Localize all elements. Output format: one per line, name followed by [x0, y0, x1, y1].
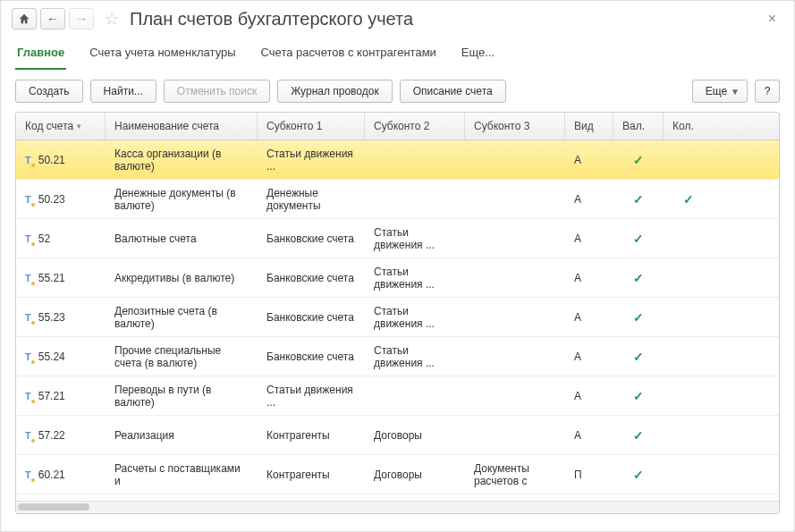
check-icon: ✓	[633, 310, 644, 325]
table-row[interactable]: T55.24Прочие специальные счета (в валюте…	[16, 337, 779, 376]
cell-sub3	[465, 140, 565, 179]
account-icon: T	[25, 351, 31, 362]
horizontal-scrollbar[interactable]	[16, 501, 779, 513]
cell-kind: А	[565, 219, 613, 258]
table-row[interactable]: T55.21Аккредитивы (в валюте)Банковские с…	[16, 258, 779, 298]
create-button[interactable]: Создать	[15, 80, 83, 103]
account-icon: T	[25, 391, 31, 401]
cell-name: Депозитные счета (в валюте)	[106, 298, 258, 336]
forward-button[interactable]: →	[69, 8, 94, 30]
code-text: 57.22	[38, 429, 65, 442]
find-button[interactable]: Найти...	[90, 80, 156, 103]
col-val[interactable]: Вал.	[613, 113, 664, 139]
cell-code: T57.22	[16, 416, 106, 454]
chevron-down-icon: ▼	[731, 87, 740, 97]
help-button[interactable]: ?	[755, 80, 780, 103]
cell-name: Прочие специальные счета (в валюте)	[106, 337, 258, 376]
col-kind[interactable]: Вид	[565, 113, 613, 139]
cell-kind: А	[565, 337, 613, 376]
sort-icon: ▾	[77, 122, 81, 131]
cell-sub2	[365, 376, 465, 415]
tab-main[interactable]: Главное	[15, 40, 66, 70]
cell-code: T55.23	[16, 298, 106, 336]
cell-val: ✓	[613, 455, 664, 494]
cell-sub1: Банковские счета	[258, 298, 365, 336]
accounts-table: Код счета ▾ Наименование счета Субконто …	[15, 112, 780, 514]
cell-sub1: Банковские счета	[258, 337, 365, 376]
table-row[interactable]: T50.21Касса организации (в валюте)Статьи…	[16, 140, 779, 180]
code-text: 50.21	[38, 154, 65, 166]
cell-kind: А	[565, 258, 613, 297]
code-text: 55.23	[38, 311, 65, 324]
cell-sub3	[465, 416, 565, 454]
cell-sub1: Контрагенты	[258, 455, 365, 494]
cell-code: T50.21	[16, 140, 106, 179]
cell-sub2: Статьи движения ...	[365, 219, 465, 258]
cell-qty: ✓	[664, 180, 714, 218]
cell-sub2: Статьи движения ...	[365, 337, 465, 376]
check-icon: ✓	[633, 350, 644, 364]
cell-sub2	[365, 180, 465, 218]
table-row[interactable]: T57.22РеализацияКонтрагентыДоговорыА✓	[16, 416, 779, 455]
account-icon: T	[25, 430, 31, 441]
account-icon: T	[25, 233, 31, 244]
tab-nomenclature[interactable]: Счета учета номенклатуры	[88, 40, 237, 70]
back-button[interactable]: ←	[40, 8, 65, 30]
cell-name: Реализация	[106, 416, 258, 454]
account-icon: T	[25, 312, 31, 323]
table-row[interactable]: T55.23Депозитные счета (в валюте)Банковс…	[16, 298, 779, 337]
cell-val: ✓	[613, 258, 664, 297]
cell-kind: А	[565, 298, 613, 336]
cell-qty	[664, 455, 714, 494]
col-sub3[interactable]: Субконто 3	[465, 113, 565, 139]
cell-sub1: Контрагенты	[258, 416, 365, 454]
account-icon: T	[25, 469, 31, 480]
table-body[interactable]: T50.21Касса организации (в валюте)Статьи…	[16, 140, 779, 501]
more-label: Еще	[706, 85, 727, 97]
table-row[interactable]: T52Валютные счетаБанковские счетаСтатьи …	[16, 219, 779, 258]
tab-contractors[interactable]: Счета расчетов с контрагентами	[259, 40, 438, 70]
home-button[interactable]	[12, 8, 37, 30]
close-button[interactable]: ×	[761, 11, 783, 27]
col-qty[interactable]: Кол.	[664, 113, 714, 139]
cell-qty	[664, 337, 714, 376]
cell-sub3	[465, 376, 565, 415]
cell-sub2: Статьи движения ...	[365, 258, 465, 297]
col-sub2[interactable]: Субконто 2	[365, 113, 465, 139]
cell-name: Расчеты с поставщиками и	[106, 455, 258, 494]
home-icon	[18, 13, 30, 25]
col-code[interactable]: Код счета ▾	[16, 113, 106, 139]
table-row[interactable]: T50.23Денежные документы (в валюте)Денеж…	[16, 180, 779, 219]
check-icon: ✓	[633, 271, 644, 285]
cell-val: ✓	[613, 376, 664, 415]
cell-qty	[664, 416, 714, 454]
tab-more[interactable]: Еще...	[460, 40, 496, 70]
check-icon: ✓	[633, 192, 644, 207]
table-row[interactable]: T60.21Расчеты с поставщиками иКонтрагент…	[16, 455, 779, 494]
check-icon: ✓	[633, 468, 644, 482]
col-name[interactable]: Наименование счета	[106, 113, 258, 139]
cell-qty	[664, 376, 714, 415]
cell-code: T55.24	[16, 337, 106, 376]
more-button[interactable]: Еще ▼	[692, 80, 748, 103]
col-sub1[interactable]: Субконто 1	[258, 113, 365, 139]
cell-name: Переводы в пути (в валюте)	[106, 376, 258, 415]
table-header: Код счета ▾ Наименование счета Субконто …	[16, 113, 779, 140]
cell-val: ✓	[613, 140, 664, 179]
cell-sub1: Статьи движения ...	[258, 140, 365, 179]
cancel-search-button[interactable]: Отменить поиск	[164, 80, 270, 103]
check-icon: ✓	[633, 232, 644, 246]
page-title: План счетов бухгалтерского учета	[130, 9, 754, 30]
scroll-thumb[interactable]	[18, 503, 89, 511]
cell-code: T60.21	[16, 455, 106, 494]
cell-val: ✓	[613, 416, 664, 454]
cell-val: ✓	[613, 337, 664, 376]
description-button[interactable]: Описание счета	[400, 80, 506, 103]
cell-code: T52	[16, 219, 106, 258]
cell-sub3	[465, 180, 565, 218]
journal-button[interactable]: Журнал проводок	[277, 80, 393, 103]
check-icon: ✓	[633, 153, 644, 167]
cell-kind: А	[565, 376, 613, 415]
table-row[interactable]: T57.21Переводы в пути (в валюте)Статьи д…	[16, 376, 779, 416]
star-icon[interactable]: ☆	[101, 8, 123, 30]
